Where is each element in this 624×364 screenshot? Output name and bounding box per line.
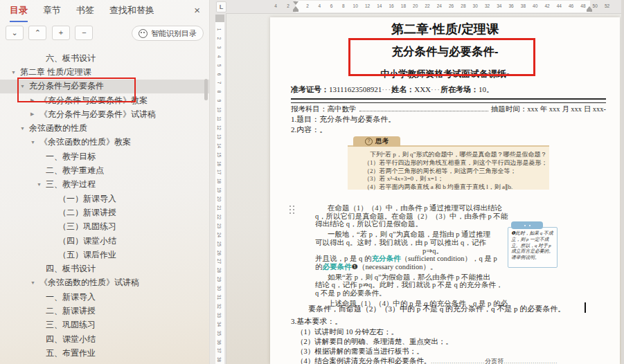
ruler-number: 36 [217,338,222,345]
margin-note-tab [511,221,543,229]
content-line: 2.内容：。 [291,125,327,135]
tree-item-12[interactable]: （三）巩固练习 [0,220,209,234]
vertical-ruler[interactable]: 1234567891011121314151617181920212223242… [215,13,226,364]
tree-item-label: 《充分条件与必要条件》试讲稿 [39,109,156,120]
ruler-number: 30 [217,285,222,292]
tree-item-8[interactable]: 二、教学重难点 [0,163,209,177]
tree-item-label: 五、布置作业 [46,347,96,359]
tree-item-label: 一、教学目标 [46,151,96,163]
tree-item-17[interactable]: 一、新课导入 [0,290,209,304]
tree-item-14[interactable]: （五）课后作业 [0,248,209,262]
admission-segment: XXX [414,85,431,93]
sidebar-tab-3[interactable]: 查找和替换 [109,4,154,22]
zoom-in-button[interactable]: + [52,26,70,40]
tree-item-4[interactable]: ▶《充分条件与必要条件》试讲稿 [0,107,209,121]
tree-item-label: 三、巩固练习 [46,319,96,331]
tree-item-10[interactable]: （一）新课导入 [0,192,209,206]
tree-item-16[interactable]: ▼《余弦函数的性质》试讲稿 [0,276,209,290]
tree-item-19[interactable]: 三、巩固练习 [0,318,209,332]
horizontal-ruler[interactable]: 4224681012141618202224262830323436384042… [215,0,624,14]
left-indent-marker[interactable] [293,10,298,12]
chevron-down-icon[interactable]: ▼ [30,280,39,285]
chevron-down-icon[interactable]: ▼ [30,140,39,145]
tree-item-label: 《余弦函数的性质》教案 [39,136,131,148]
tree-item-label: （五）课后作业 [58,249,116,261]
tree-item-label: 四、板书设计 [46,263,96,275]
ruler-number: 21 [217,205,222,212]
tree-item-label: 一、新课导入 [46,291,96,303]
sidebar-tab-1[interactable]: 章节 [43,4,61,22]
text-segment: 在命题（1）（4）中，由条件 p 通过推理可以得出结论 [328,204,502,212]
tree-item-20[interactable]: 四、课堂小结 [0,332,209,346]
text-segment: p⇒q。 [422,247,443,255]
chevron-right-icon[interactable]: ▶ [30,98,39,103]
text-segment: 如果“若 p，则 q”为假命题，那么由条件 p 不能推出 [328,273,490,281]
tree-item-0[interactable]: 六、板书设计 [0,51,209,65]
smart-catalog-button[interactable]: 智能识别目录 [132,26,204,41]
sidebar-tab-0[interactable]: 目录 [10,4,28,22]
ruler-number: 22 [425,3,429,8]
ruler-number: 34 [497,3,501,8]
ruler-number: 16 [389,3,393,8]
tree-item-6[interactable]: ▼《余弦函数的性质》教案 [0,136,209,149]
ruler-number: 19 [217,187,222,194]
drag-handle-icon[interactable] [289,206,294,214]
collapse-button[interactable]: ⌄ [6,26,24,40]
tree-item-21[interactable]: 五、布置作业 [0,346,209,360]
tree-item-18[interactable]: 二、新课讲授 [0,304,209,318]
double-rule [291,98,606,103]
right-indent-marker-base[interactable] [587,10,592,12]
requirement-line: （2）讲解要目的明确、条理清楚、重点突出；。 [296,337,453,347]
tree-item-2[interactable]: ▼充分条件与必要条件 [0,80,209,93]
sidebar-scrollbar-thumb[interactable] [204,79,208,100]
ruler-number: 12 [365,3,370,8]
tree-item-7[interactable]: 一、教学目标 [0,149,209,163]
tree-item-13[interactable]: （四）课堂小结 [0,234,209,248]
ruler-number: 4 [274,3,277,8]
tree-item-label: 余弦函数的性质 [29,122,87,134]
ruler-number: 17 [217,169,222,176]
ruler-number: 26 [217,249,222,256]
tree-item-1[interactable]: ▼第二章 性质/定理课 [0,65,209,79]
tree-item-9[interactable]: ▼三、教学过程 [0,178,209,192]
zoom-out-button[interactable]: − [75,26,93,40]
ruler-number: 14 [217,142,222,149]
think-line: （1）若平行四边形的对角线互相垂直，则这个平行四边形是菱形； [364,159,545,167]
document-page[interactable]: 第二章·性质/定理课 充分条件与必要条件- 中小学教师资格考试面试备课纸- 准考… [270,17,620,364]
chevron-down-icon[interactable]: ▼ [37,182,46,187]
textbook-line: 如果“若 p，则 q”为假命题，那么由条件 p 不能推出 [315,273,551,282]
first-line-indent-marker[interactable] [293,1,298,5]
think-body: 下列“若 p，则 q”形式的命题中，哪些是真命题？哪些是假命题？（1）若平行四边… [348,145,549,190]
ruler-number: 4 [217,53,222,60]
close-icon[interactable]: × [194,5,200,15]
tab-stop-selector[interactable]: L [216,1,226,12]
ruler-number: 10 [353,3,358,8]
ruler-number: 2 [287,3,289,8]
ruler-number: 2 [217,35,222,42]
chevron-down-icon[interactable]: ▼ [20,84,29,89]
tree-item-15[interactable]: 四、板书设计 [0,262,209,275]
chevron-down-icon[interactable]: ▼ [11,70,20,75]
vertical-ruler-margin-block [215,15,224,22]
text-segment: 并且说，p 是 q 的 [315,255,371,262]
tree-item-5[interactable]: ▼余弦函数的性质 [0,121,209,135]
ruler-number: 4 [318,3,321,8]
ruler-number: 27 [217,258,222,265]
topic-line: 1.题目：充分条件与必要条件。 [291,114,395,125]
chapter-title: 第二章·性质/定理课 [270,21,620,37]
ruler-number: 18 [401,3,406,8]
document-scrollbar[interactable] [621,0,624,364]
sidebar-tab-2[interactable]: 书签 [76,4,94,22]
page-break-dots-right: .......................... [503,358,558,364]
chevron-down-icon[interactable]: ▼ [20,126,29,131]
text-segment: q 不是 p 的必要条件。 [315,289,386,297]
expand-button[interactable]: ⌃ [28,26,46,40]
textbook-screenshot[interactable]: ? 思考 下列“若 p，则 q”形式的命题中，哪些是真命题？哪些是假命题？（1）… [315,135,591,304]
tree-item-3[interactable]: ▶《充分条件与必要条件》教案 [0,93,209,107]
ruler-number: 46 [569,3,573,8]
tree-item-11[interactable]: （二）新课讲授 [0,206,209,219]
ruler-number: 8 [342,3,345,8]
chevron-right-icon[interactable]: ▶ [30,111,39,117]
think-line: （2）若两个三角形的周长相等，则这两个三角形全等； [364,167,545,176]
ruler-number: 23 [217,222,222,229]
